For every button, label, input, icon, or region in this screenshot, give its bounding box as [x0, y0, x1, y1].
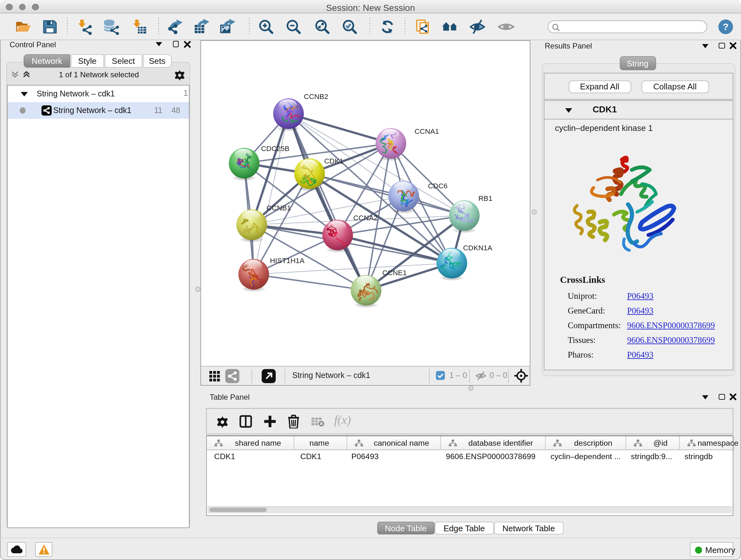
- svg-text:CCNA1: CCNA1: [414, 127, 439, 135]
- svg-text:CCNE1: CCNE1: [382, 268, 407, 276]
- svg-text:HIST1H1A: HIST1H1A: [270, 256, 305, 264]
- svg-text:?: ?: [723, 21, 729, 32]
- svg-text:CCNB1: CCNB1: [266, 204, 291, 212]
- svg-text:CCNA2: CCNA2: [353, 213, 378, 222]
- svg-text:CDKN1A: CDKN1A: [463, 244, 493, 252]
- svg-text:RB1: RB1: [478, 194, 492, 202]
- svg-text:CCNB2: CCNB2: [304, 92, 328, 100]
- svg-text:CDC25B: CDC25B: [261, 144, 289, 152]
- svg-text:CDK1: CDK1: [324, 157, 343, 165]
- svg-text:CDC6: CDC6: [428, 182, 448, 190]
